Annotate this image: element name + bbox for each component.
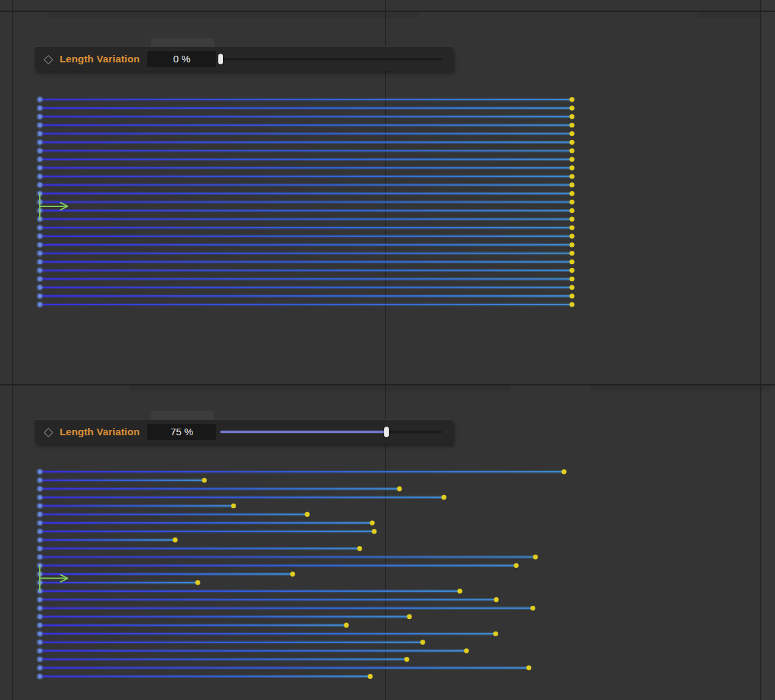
length-variation-panel-bottom: Length Variation 75 %: [35, 419, 453, 444]
strand-root-dot: [38, 657, 42, 662]
strand-root-dot: [38, 157, 42, 162]
strand-tip-dot: [457, 589, 462, 593]
slider-handle[interactable]: [384, 427, 389, 437]
strand-tip-dot: [464, 648, 468, 653]
strand-root-dot: [38, 632, 42, 636]
strand-tip-dot: [290, 572, 295, 577]
strand-tip-dot: [569, 200, 574, 204]
strand-root-dot: [38, 131, 42, 136]
strand-root-dot: [38, 105, 42, 110]
strand-root-dot: [38, 285, 42, 290]
viewport-canvas[interactable]: [0, 0, 775, 700]
strand-root-dot: [38, 555, 42, 559]
strand-root-dot: [38, 537, 42, 542]
diamond-icon: [44, 428, 53, 437]
strand-root-dot: [38, 234, 42, 239]
strand-root-dot: [38, 546, 42, 551]
strand-root-dot: [38, 521, 42, 525]
strand-tip-dot: [569, 217, 574, 222]
strand-tip-dot: [494, 597, 498, 602]
strand-root-dot: [38, 623, 42, 628]
strand-tip-dot: [569, 114, 574, 119]
strand-tip-dot: [372, 529, 376, 533]
strand-tip-dot: [569, 131, 574, 136]
strand-tip-dot: [368, 674, 372, 679]
strand-tip-dot: [569, 174, 574, 178]
strand-tip-dot: [569, 234, 574, 238]
strand-root-dot: [38, 512, 42, 517]
strand-root-dot: [38, 495, 42, 500]
length-variation-slider[interactable]: [220, 420, 442, 444]
slider-track[interactable]: [220, 58, 442, 60]
strand-tip-dot: [195, 580, 200, 585]
strand-tip-dot: [569, 302, 574, 307]
strand-root-dot: [38, 606, 42, 610]
strand-tip-dot: [569, 97, 574, 102]
strand-tip-dot: [344, 623, 348, 628]
slider-fill: [220, 431, 387, 433]
strand-tip-dot: [569, 157, 574, 161]
strand-root-dot: [38, 182, 42, 187]
strand-root-dot: [38, 166, 42, 171]
strand-root-dot: [38, 251, 42, 255]
strand-root-dot: [38, 470, 42, 474]
strand-tip-dot: [514, 563, 518, 568]
strand-tip-dot: [202, 478, 206, 482]
strand-tip-dot: [569, 268, 574, 273]
length-variation-label: Length Variation: [60, 420, 140, 444]
strand-tip-dot: [407, 614, 411, 619]
length-variation-slider[interactable]: [220, 47, 442, 71]
length-variation-label: Length Variation: [60, 47, 140, 71]
strand-tip-dot: [231, 504, 236, 508]
strand-tip-dot: [533, 555, 537, 559]
strand-tip-dot: [526, 665, 531, 670]
strand-root-dot: [38, 268, 42, 273]
strand-root-dot: [38, 529, 42, 534]
strand-tip-dot: [569, 149, 574, 153]
strand-tip-dot: [370, 520, 374, 525]
strand-root-dot: [38, 98, 42, 102]
strand-root-dot: [38, 614, 42, 619]
length-variation-panel-top: Length Variation 0 %: [35, 46, 453, 71]
strand-root-dot: [38, 294, 42, 299]
strand-root-dot: [38, 648, 42, 653]
strand-root-dot: [38, 277, 42, 281]
strand-tip-dot: [420, 640, 425, 644]
strand-tip-dot: [569, 259, 574, 264]
strand-tip-dot: [173, 537, 177, 542]
strand-root-dot: [38, 674, 42, 679]
strand-tip-dot: [569, 285, 574, 290]
strand-tip-dot: [569, 165, 574, 170]
strand-tip-dot: [569, 293, 574, 298]
strand-root-dot: [38, 665, 42, 670]
strand-root-dot: [38, 486, 42, 491]
strand-root-dot: [38, 140, 42, 145]
strand-tip-dot: [493, 631, 498, 636]
strand-root-dot: [38, 114, 42, 119]
strand-root-dot: [38, 149, 42, 153]
strand-tip-dot: [357, 546, 362, 551]
diamond-icon: [44, 55, 53, 64]
slider-handle[interactable]: [218, 54, 223, 64]
length-variation-value-field[interactable]: 0 %: [147, 51, 216, 67]
strand-tip-dot: [569, 123, 574, 127]
strand-root-dot: [38, 174, 42, 178]
strand-tip-dot: [569, 277, 574, 281]
strand-root-dot: [38, 303, 42, 307]
strand-tip-dot: [404, 657, 409, 662]
strand-tip-dot: [569, 191, 574, 196]
strand-tip-dot: [397, 486, 401, 491]
strand-tip-dot: [561, 469, 566, 474]
strand-tip-dot: [305, 512, 309, 517]
strand-root-dot: [38, 504, 42, 508]
strand-tip-dot: [569, 182, 574, 187]
strand-tip-dot: [569, 105, 574, 110]
strand-root-dot: [38, 259, 42, 264]
strand-tip-dot: [569, 225, 574, 230]
strand-tip-dot: [441, 495, 446, 500]
length-variation-value-field[interactable]: 75 %: [147, 424, 216, 440]
direction-arrow: [40, 194, 68, 220]
strand-tip-dot: [530, 606, 535, 610]
strand-root-dot: [38, 597, 42, 602]
strand-tip-dot: [569, 251, 574, 255]
